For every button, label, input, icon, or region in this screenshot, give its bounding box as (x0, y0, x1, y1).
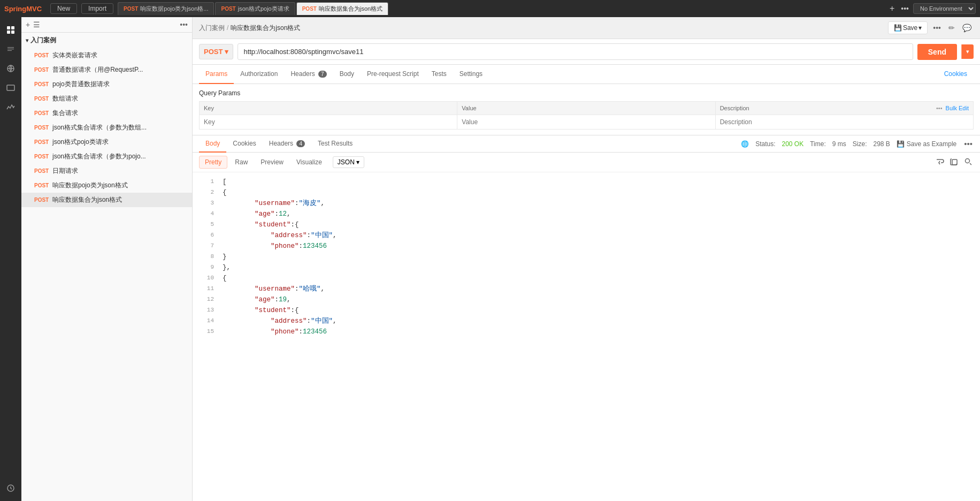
import-button[interactable]: Import (81, 3, 113, 14)
json-label: JSON (338, 158, 355, 166)
save-button[interactable]: 💾 Save ▾ (888, 21, 928, 34)
add-collection-button[interactable]: + (26, 20, 30, 29)
new-button[interactable]: New (50, 3, 77, 14)
sidebar-item-7[interactable]: POSTjson格式集合请求（参数为pojo... (21, 149, 192, 164)
send-button[interactable]: Send (917, 44, 957, 60)
svg-rect-1 (11, 26, 14, 29)
sidebar-item-10[interactable]: POST响应数据集合为json格式 (21, 193, 192, 207)
query-params-title: Query Params (199, 89, 974, 97)
svg-rect-2 (7, 31, 10, 34)
tab-cookies[interactable]: Cookies (938, 65, 974, 84)
format-visualize-button[interactable]: Visualize (291, 156, 327, 168)
sidebar-more-button[interactable]: ••• (180, 20, 188, 29)
desc-input[interactable] (720, 118, 969, 126)
tab-strip: POST响应数据pojo类为json格...POSTjson格式pojo类请求P… (118, 2, 883, 15)
format-raw-button[interactable]: Raw (229, 156, 253, 168)
item-method-7: POST (34, 154, 49, 160)
svg-point-8 (966, 158, 970, 163)
params-table: Key Value Description ••• Bulk Edit (199, 101, 974, 130)
main-content: 入门案例 / 响应数据集合为json格式 💾 Save ▾ ••• ✏ 💬 PO… (193, 17, 980, 501)
json-line: 15 "phone": 123456 (199, 327, 974, 337)
tab-method-1: POST (221, 6, 235, 12)
tab-settings[interactable]: Settings (453, 65, 489, 84)
headers-badge: 7 (318, 71, 327, 78)
item-label-7: json格式集合请求（参数为pojo... (52, 152, 146, 161)
item-label-9: 响应数据pojo类为json格式 (52, 181, 128, 190)
method-select[interactable]: POST ▾ (199, 44, 233, 59)
response-tab-bar: Body Cookies Headers 4 Test Results 🌐 St… (193, 135, 980, 153)
line-number: 8 (199, 252, 214, 262)
sidebar-item-1[interactable]: POST普通数据请求（用@RequestP... (21, 63, 192, 77)
filter-button[interactable]: ☰ (33, 20, 40, 29)
sidebar-item-3[interactable]: POST数组请求 (21, 92, 192, 106)
save-as-example-button[interactable]: 💾 Save as Example (897, 140, 956, 148)
sidebar-item-8[interactable]: POST日期请求 (21, 164, 192, 178)
response-tab-cookies[interactable]: Cookies (226, 135, 262, 153)
response-status: 🌐 Status: 200 OK Time: 9 ms Size: 298 B … (741, 138, 974, 149)
sidebar-item-2[interactable]: POSTpojo类普通数据请求 (21, 77, 192, 92)
item-label-8: 日期请求 (52, 166, 78, 176)
sidebar-item-4[interactable]: POST集合请求 (21, 106, 192, 120)
time-value: 9 ms (832, 140, 846, 148)
tab-0[interactable]: POST响应数据pojo类为json格... (118, 2, 214, 15)
line-number: 5 (199, 219, 214, 230)
request-tabs: Params Authorization Headers 7 Body Pre-… (193, 65, 980, 84)
comment-button[interactable]: 💬 (960, 21, 974, 34)
tab-pre-request[interactable]: Pre-request Script (361, 65, 425, 84)
sidebar-item-environments[interactable] (2, 60, 19, 77)
tab-tests[interactable]: Tests (425, 65, 453, 84)
format-pretty-button[interactable]: Pretty (199, 156, 227, 169)
search-button[interactable] (963, 156, 974, 169)
sidebar-item-mock-servers[interactable] (2, 79, 19, 96)
json-chevron-icon: ▾ (356, 158, 359, 166)
wrap-button[interactable] (935, 156, 946, 169)
json-format-select[interactable]: JSON ▾ (333, 156, 364, 168)
item-label-6: json格式pojo类请求 (52, 138, 109, 147)
url-input[interactable] (238, 43, 913, 60)
item-method-9: POST (34, 183, 49, 188)
edit-button[interactable]: ✏ (946, 21, 957, 34)
add-tab-button[interactable]: + (887, 4, 897, 13)
sidebar-item-0[interactable]: POST实体类嵌套请求 (21, 48, 192, 63)
item-method-6: POST (34, 139, 49, 145)
format-preview-button[interactable]: Preview (255, 156, 289, 168)
tab-2[interactable]: POST响应数据集合为json格式 (296, 2, 388, 15)
response-tab-test-results[interactable]: Test Results (311, 135, 359, 153)
collection-group-header[interactable]: ▾ 入门案例 (21, 33, 192, 48)
response-tab-headers[interactable]: Headers 4 (263, 135, 311, 153)
svg-rect-3 (11, 31, 14, 34)
sidebar-item-5[interactable]: POSTjson格式集合请求（参数为数组... (21, 120, 192, 135)
main-layout: + ☰ ••• ▾ 入门案例 POST实体类嵌套请求POST普通数据请求（用@R… (0, 17, 980, 501)
sidebar-item-history[interactable] (2, 480, 19, 497)
more-tabs-button[interactable]: ••• (901, 4, 909, 13)
item-method-5: POST (34, 125, 49, 131)
tab-body[interactable]: Body (333, 65, 361, 84)
key-input[interactable] (204, 118, 453, 126)
save-example-icon: 💾 (897, 140, 905, 148)
environment-select[interactable]: No Environment (913, 3, 976, 14)
size-label: Size: (853, 140, 867, 148)
sidebar-item-6[interactable]: POSTjson格式pojo类请求 (21, 135, 192, 149)
response-more-button[interactable]: ••• (963, 138, 974, 149)
tab-authorization[interactable]: Authorization (234, 65, 284, 84)
response-tab-body[interactable]: Body (199, 135, 226, 153)
sidebar-item-collections[interactable] (2, 21, 19, 39)
sidebar-header: + ☰ ••• (21, 17, 192, 33)
send-dropdown-button[interactable]: ▾ (961, 44, 974, 59)
status-value: 200 OK (782, 140, 804, 148)
bulk-edit-label[interactable]: Bulk Edit (946, 105, 969, 111)
json-line: 1[ (199, 177, 974, 187)
copy-button[interactable] (949, 156, 960, 169)
sidebar-item-monitors[interactable] (2, 98, 19, 116)
tab-1[interactable]: POSTjson格式pojo类请求 (215, 2, 295, 15)
more-options-button[interactable]: ••• (931, 21, 943, 34)
tab-params[interactable]: Params (199, 65, 234, 84)
json-line: 9 }, (199, 262, 974, 273)
tab-headers[interactable]: Headers 7 (284, 65, 333, 84)
value-column-header: Value (457, 102, 715, 115)
sidebar-item-9[interactable]: POST响应数据pojo类为json格式 (21, 178, 192, 193)
value-input[interactable] (462, 118, 710, 126)
chevron-down-icon: ▾ (26, 37, 28, 43)
sidebar-item-apis[interactable] (2, 41, 19, 58)
line-number: 6 (199, 230, 214, 241)
